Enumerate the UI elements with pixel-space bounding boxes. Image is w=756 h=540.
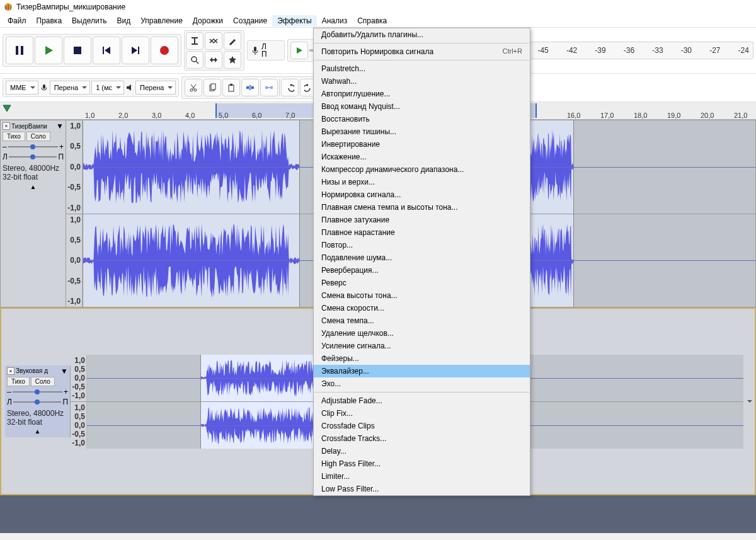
- menu-analyze[interactable]: Анализ: [317, 15, 353, 26]
- record-button[interactable]: [151, 37, 178, 64]
- track-2-name[interactable]: Звуковая д: [16, 367, 48, 374]
- audio-host-select[interactable]: MME: [6, 81, 38, 95]
- play-button[interactable]: [35, 37, 62, 64]
- effects-item[interactable]: Низы и верхи...: [314, 176, 530, 188]
- effects-item[interactable]: Реверс: [314, 277, 530, 289]
- svg-marker-43: [3, 105, 11, 112]
- menu-effects[interactable]: Эффекты: [272, 15, 317, 26]
- selection-tool-button[interactable]: [186, 32, 203, 50]
- pause-button[interactable]: [6, 37, 33, 64]
- draw-tool-button[interactable]: [224, 32, 241, 50]
- play-device-select[interactable]: Перена: [135, 81, 176, 95]
- effects-item[interactable]: Нормировка сигнала...: [314, 188, 530, 201]
- track-1-gain-slider[interactable]: –+: [3, 142, 64, 151]
- effects-item[interactable]: Limiter...: [314, 470, 530, 483]
- track-2-mute-button[interactable]: Тихо: [7, 377, 30, 386]
- effects-item[interactable]: Подавление шума...: [314, 251, 530, 264]
- effects-item[interactable]: Автоприглушение...: [314, 88, 530, 100]
- track-1-close-button[interactable]: ×: [3, 122, 10, 130]
- effects-item[interactable]: Clip Fix...: [314, 407, 530, 420]
- rec-device-select[interactable]: Перена: [50, 81, 90, 95]
- track-1-menu-button[interactable]: ▼: [56, 122, 64, 130]
- effects-item[interactable]: Delay...: [314, 445, 530, 457]
- copy-button[interactable]: [203, 79, 221, 96]
- effects-item[interactable]: Paulstretch...: [314, 62, 530, 75]
- silence-button[interactable]: [260, 79, 278, 96]
- track-1-name[interactable]: ТизерВампи: [11, 123, 47, 130]
- effects-item[interactable]: Реверберация...: [314, 264, 530, 277]
- track-2-close-button[interactable]: ×: [7, 367, 14, 375]
- effects-item[interactable]: Плавное затухание: [314, 214, 530, 226]
- effects-item[interactable]: Смена высоты тона...: [314, 289, 530, 302]
- effects-repeat-last[interactable]: Повторить Нормировка сигнала Ctrl+R: [314, 45, 530, 58]
- menu-help[interactable]: Справка: [352, 15, 392, 26]
- track-2-solo-button[interactable]: Соло: [31, 377, 55, 386]
- zoom-tool-button[interactable]: [186, 51, 203, 69]
- envelope-tool-button[interactable]: [205, 32, 222, 50]
- timeshift-tool-button[interactable]: [205, 51, 222, 69]
- effects-item[interactable]: Инвертирование: [314, 138, 530, 151]
- effects-item[interactable]: Вырезание тишины...: [314, 125, 530, 138]
- effects-item[interactable]: Crossfade Tracks...: [314, 432, 530, 445]
- effects-item[interactable]: Искажение...: [314, 151, 530, 163]
- track-2-panel: × Звуковая д ▼ Тихо Соло –+ ЛП Stereo, 4…: [5, 365, 71, 438]
- track-1-pan-slider[interactable]: ЛП: [3, 152, 64, 161]
- effects-item[interactable]: Компрессор динамического диапазона...: [314, 163, 530, 176]
- effects-item[interactable]: Усиление сигнала...: [314, 340, 530, 352]
- effects-item[interactable]: Crossfade Clips: [314, 420, 530, 432]
- stop-button[interactable]: [64, 37, 91, 64]
- svg-rect-7: [74, 47, 81, 54]
- trim-button[interactable]: [241, 79, 259, 96]
- effects-item[interactable]: Low Pass Filter...: [314, 483, 530, 495]
- effects-item[interactable]: Плавное нарастание: [314, 226, 530, 239]
- multi-tool-button[interactable]: [224, 51, 241, 69]
- effects-item[interactable]: Adjustable Fade...: [314, 394, 530, 407]
- menu-generate[interactable]: Создание: [228, 15, 272, 26]
- menu-transport[interactable]: Управление: [135, 15, 188, 26]
- effects-item[interactable]: Плавная смена темпа и высоты тона...: [314, 201, 530, 214]
- pin-icon[interactable]: [3, 105, 11, 112]
- effects-item[interactable]: Фейзеры...: [314, 352, 530, 365]
- menu-edit[interactable]: Правка: [32, 15, 67, 26]
- effects-item[interactable]: Эхо...: [314, 377, 530, 390]
- effects-item[interactable]: High Pass Filter...: [314, 457, 530, 470]
- skip-start-button[interactable]: [93, 37, 120, 64]
- svg-marker-6: [45, 46, 53, 55]
- effects-add-remove[interactable]: Добавить/Удалить плагины...: [314, 28, 530, 41]
- track-2-pan-slider[interactable]: ЛП: [7, 398, 68, 406]
- skip-end-button[interactable]: [122, 37, 149, 64]
- track-2-gain-slider[interactable]: –+: [7, 388, 68, 396]
- paste-button[interactable]: [222, 79, 240, 96]
- effects-item[interactable]: Wahwah...: [314, 75, 530, 88]
- effects-item[interactable]: Повтор...: [314, 239, 530, 251]
- mic-icon: [250, 45, 260, 55]
- device-toolbar: MME Перена 1 (мс Перена: [3, 78, 179, 97]
- track-1-collapse-button[interactable]: ▲: [3, 182, 64, 192]
- track-1-format: 32-bit float: [3, 173, 64, 181]
- track-2-menu-button[interactable]: ▼: [60, 367, 68, 376]
- play-at-speed-button[interactable]: [290, 42, 308, 59]
- cut-button[interactable]: [185, 79, 202, 96]
- mic-icon: [40, 83, 49, 92]
- effects-item[interactable]: Удаление щелчков...: [314, 327, 530, 340]
- effects-item[interactable]: Смена скорости...: [314, 302, 530, 314]
- svg-rect-5: [21, 46, 23, 55]
- menu-view[interactable]: Вид: [112, 15, 135, 26]
- menu-select[interactable]: Выделить: [67, 15, 112, 26]
- track-2-collapse-button[interactable]: ▲: [7, 427, 68, 436]
- svg-marker-19: [229, 56, 236, 64]
- rec-channels-select[interactable]: 1 (мс: [91, 81, 124, 95]
- track-2-rate: Stereo, 48000Hz: [7, 409, 68, 418]
- menu-tracks[interactable]: Дорожки: [188, 15, 228, 26]
- effects-item[interactable]: Эквалайзер...: [314, 365, 530, 377]
- effects-item[interactable]: Восстановить: [314, 113, 530, 125]
- svg-rect-33: [229, 85, 234, 91]
- track-1-mute-button[interactable]: Тихо: [3, 132, 25, 141]
- menu-file[interactable]: Файл: [3, 15, 32, 26]
- undo-button[interactable]: [281, 79, 299, 96]
- effects-item[interactable]: Смена темпа...: [314, 314, 530, 327]
- titlebar: ТизерВампиры_микширование: [0, 0, 756, 14]
- track-1-solo-button[interactable]: Соло: [26, 132, 50, 141]
- effects-item[interactable]: Ввод команд Nyquist...: [314, 100, 530, 113]
- svg-marker-26: [127, 84, 131, 91]
